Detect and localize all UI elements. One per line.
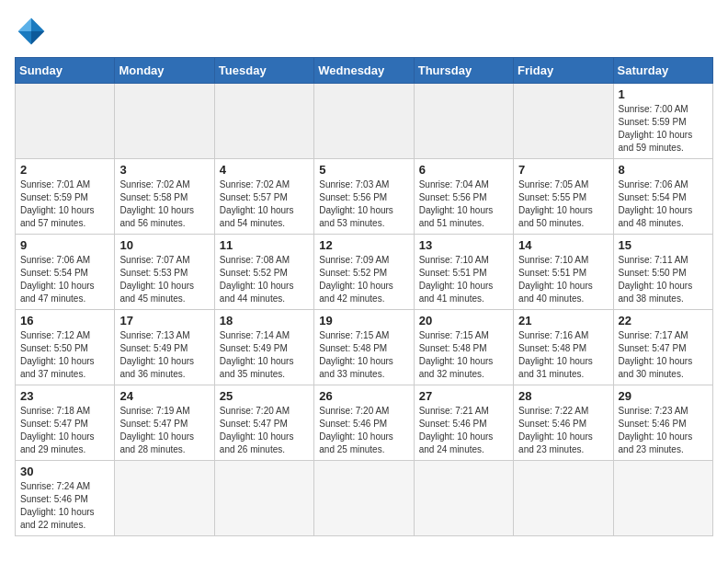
calendar-cell: 6Sunrise: 7:04 AMSunset: 5:56 PMDaylight… [414, 159, 513, 235]
calendar-cell: 25Sunrise: 7:20 AMSunset: 5:47 PMDayligh… [214, 385, 313, 461]
calendar-cell: 2Sunrise: 7:01 AMSunset: 5:59 PMDaylight… [16, 159, 115, 235]
calendar-cell [414, 461, 513, 536]
calendar-cell: 28Sunrise: 7:22 AMSunset: 5:46 PMDayligh… [514, 385, 613, 461]
day-number: 25 [220, 389, 309, 403]
calendar-cell: 14Sunrise: 7:10 AMSunset: 5:51 PMDayligh… [514, 235, 613, 310]
day-info: Sunrise: 7:06 AMSunset: 5:54 PMDaylight:… [20, 254, 109, 305]
svg-marker-0 [31, 18, 44, 31]
calendar-cell [214, 461, 313, 536]
day-info: Sunrise: 7:03 AMSunset: 5:56 PMDaylight:… [319, 178, 408, 230]
weekday-header-wednesday: Wednesday [314, 58, 414, 84]
calendar-cell: 15Sunrise: 7:11 AMSunset: 5:50 PMDayligh… [613, 235, 712, 310]
day-number: 29 [619, 389, 708, 403]
svg-marker-1 [31, 31, 44, 44]
day-number: 23 [20, 389, 109, 403]
day-number: 6 [419, 163, 508, 177]
weekday-header-row: SundayMondayTuesdayWednesdayThursdayFrid… [16, 58, 713, 84]
day-info: Sunrise: 7:18 AMSunset: 5:47 PMDaylight:… [20, 405, 109, 456]
calendar-cell [414, 84, 513, 159]
day-number: 11 [220, 238, 309, 252]
calendar-cell [115, 461, 214, 536]
calendar-cell: 12Sunrise: 7:09 AMSunset: 5:52 PMDayligh… [314, 235, 414, 310]
calendar-cell: 11Sunrise: 7:08 AMSunset: 5:52 PMDayligh… [214, 235, 313, 310]
calendar-cell: 8Sunrise: 7:06 AMSunset: 5:54 PMDaylight… [613, 159, 712, 235]
day-info: Sunrise: 7:15 AMSunset: 5:48 PMDaylight:… [419, 329, 508, 381]
day-number: 2 [20, 163, 109, 177]
calendar-cell: 27Sunrise: 7:21 AMSunset: 5:46 PMDayligh… [414, 385, 513, 461]
day-info: Sunrise: 7:08 AMSunset: 5:52 PMDaylight:… [220, 254, 309, 305]
day-number: 14 [518, 238, 608, 252]
day-info: Sunrise: 7:07 AMSunset: 5:53 PMDaylight:… [119, 254, 209, 305]
day-info: Sunrise: 7:04 AMSunset: 5:56 PMDaylight:… [419, 178, 508, 230]
calendar-cell: 22Sunrise: 7:17 AMSunset: 5:47 PMDayligh… [613, 310, 712, 385]
calendar-cell: 10Sunrise: 7:07 AMSunset: 5:53 PMDayligh… [115, 235, 214, 310]
day-info: Sunrise: 7:21 AMSunset: 5:46 PMDaylight:… [419, 405, 508, 456]
day-number: 30 [20, 465, 109, 478]
calendar-row-1: 2Sunrise: 7:01 AMSunset: 5:59 PMDaylight… [16, 159, 713, 235]
day-info: Sunrise: 7:15 AMSunset: 5:48 PMDaylight:… [319, 329, 408, 381]
day-info: Sunrise: 7:10 AMSunset: 5:51 PMDaylight:… [419, 254, 508, 305]
day-number: 8 [619, 163, 708, 177]
weekday-header-saturday: Saturday [613, 58, 712, 84]
day-number: 21 [518, 314, 608, 327]
calendar-cell: 7Sunrise: 7:05 AMSunset: 5:55 PMDaylight… [514, 159, 613, 235]
weekday-header-tuesday: Tuesday [214, 58, 313, 84]
calendar-cell [613, 461, 712, 536]
calendar-cell: 19Sunrise: 7:15 AMSunset: 5:48 PMDayligh… [314, 310, 414, 385]
day-number: 24 [119, 389, 209, 403]
day-number: 18 [220, 314, 309, 327]
calendar-cell [514, 84, 613, 159]
calendar-row-3: 16Sunrise: 7:12 AMSunset: 5:50 PMDayligh… [16, 310, 713, 385]
day-number: 10 [119, 238, 209, 252]
calendar-cell: 29Sunrise: 7:23 AMSunset: 5:46 PMDayligh… [613, 385, 712, 461]
day-number: 17 [119, 314, 209, 327]
day-info: Sunrise: 7:23 AMSunset: 5:46 PMDaylight:… [619, 405, 708, 456]
weekday-header-monday: Monday [115, 58, 214, 84]
day-number: 7 [518, 163, 608, 177]
calendar-cell: 3Sunrise: 7:02 AMSunset: 5:58 PMDaylight… [115, 159, 214, 235]
page-header [15, 15, 713, 48]
day-info: Sunrise: 7:20 AMSunset: 5:47 PMDaylight:… [220, 405, 309, 456]
day-info: Sunrise: 7:02 AMSunset: 5:58 PMDaylight:… [119, 178, 209, 230]
day-number: 1 [619, 87, 708, 101]
calendar-row-2: 9Sunrise: 7:06 AMSunset: 5:54 PMDaylight… [16, 235, 713, 310]
weekday-header-thursday: Thursday [414, 58, 513, 84]
calendar-cell [214, 84, 313, 159]
day-number: 5 [319, 163, 408, 177]
day-info: Sunrise: 7:17 AMSunset: 5:47 PMDaylight:… [619, 329, 708, 381]
calendar-cell: 21Sunrise: 7:16 AMSunset: 5:48 PMDayligh… [514, 310, 613, 385]
calendar-cell: 4Sunrise: 7:02 AMSunset: 5:57 PMDaylight… [214, 159, 313, 235]
calendar-cell [115, 84, 214, 159]
calendar-cell: 23Sunrise: 7:18 AMSunset: 5:47 PMDayligh… [16, 385, 115, 461]
day-info: Sunrise: 7:09 AMSunset: 5:52 PMDaylight:… [319, 254, 408, 305]
calendar-cell: 13Sunrise: 7:10 AMSunset: 5:51 PMDayligh… [414, 235, 513, 310]
day-number: 4 [220, 163, 309, 177]
logo [15, 15, 53, 48]
day-number: 28 [518, 389, 608, 403]
svg-marker-3 [18, 31, 31, 44]
day-number: 20 [419, 314, 508, 327]
weekday-header-sunday: Sunday [16, 58, 115, 84]
day-info: Sunrise: 7:11 AMSunset: 5:50 PMDaylight:… [619, 254, 708, 305]
day-info: Sunrise: 7:02 AMSunset: 5:57 PMDaylight:… [220, 178, 309, 230]
day-info: Sunrise: 7:01 AMSunset: 5:59 PMDaylight:… [20, 178, 109, 230]
calendar-cell: 30Sunrise: 7:24 AMSunset: 5:46 PMDayligh… [16, 461, 115, 536]
calendar-cell: 9Sunrise: 7:06 AMSunset: 5:54 PMDaylight… [16, 235, 115, 310]
day-number: 27 [419, 389, 508, 403]
day-info: Sunrise: 7:24 AMSunset: 5:46 PMDaylight:… [20, 480, 109, 532]
day-info: Sunrise: 7:20 AMSunset: 5:46 PMDaylight:… [319, 405, 408, 456]
day-info: Sunrise: 7:16 AMSunset: 5:48 PMDaylight:… [518, 329, 608, 381]
svg-marker-2 [18, 18, 31, 31]
day-info: Sunrise: 7:00 AMSunset: 5:59 PMDaylight:… [619, 103, 708, 155]
day-info: Sunrise: 7:10 AMSunset: 5:51 PMDaylight:… [518, 254, 608, 305]
day-number: 3 [119, 163, 209, 177]
calendar-cell: 5Sunrise: 7:03 AMSunset: 5:56 PMDaylight… [314, 159, 414, 235]
calendar-cell: 1Sunrise: 7:00 AMSunset: 5:59 PMDaylight… [613, 84, 712, 159]
day-info: Sunrise: 7:14 AMSunset: 5:49 PMDaylight:… [220, 329, 309, 381]
weekday-header-friday: Friday [514, 58, 613, 84]
calendar-cell [514, 461, 613, 536]
day-info: Sunrise: 7:19 AMSunset: 5:47 PMDaylight:… [119, 405, 209, 456]
calendar-row-0: 1Sunrise: 7:00 AMSunset: 5:59 PMDaylight… [16, 84, 713, 159]
calendar-cell: 18Sunrise: 7:14 AMSunset: 5:49 PMDayligh… [214, 310, 313, 385]
day-number: 12 [319, 238, 408, 252]
